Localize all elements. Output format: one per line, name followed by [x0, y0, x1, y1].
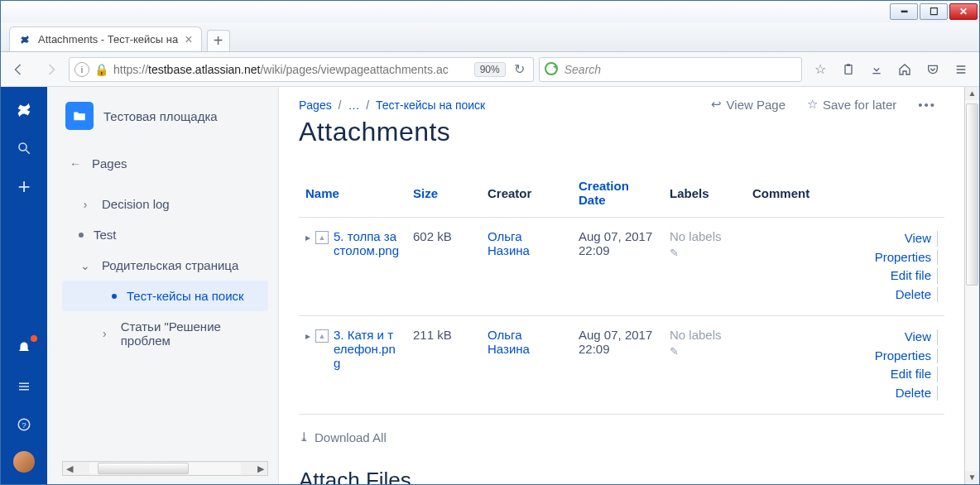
page-title: Attachments: [299, 117, 944, 147]
row-actions: View Properties Edit file Delete: [746, 218, 944, 316]
col-comment: Comment: [746, 169, 944, 218]
tree-item-test-cases[interactable]: Тест-кейсы на поиск: [62, 281, 268, 311]
view-page-action[interactable]: ↩ View Page: [711, 97, 785, 112]
tab-title: Attachments - Тест-кейсы на: [38, 33, 178, 46]
svg-text:?: ?: [22, 420, 26, 430]
return-icon: ↩: [711, 97, 722, 112]
address-bar[interactable]: i 🔒 https://testbase.atlassian.net/wiki/…: [69, 57, 534, 82]
sidebar: Тестовая площадка ← Pages › Decision log…: [47, 87, 279, 484]
tree-item-articles[interactable]: › Статьи "Решение проблем: [62, 311, 268, 356]
browser-tabstrip: Attachments - Тест-кейсы на × +: [1, 22, 979, 52]
rail-notifications-icon[interactable]: [12, 337, 36, 360]
chevron-down-icon: ⌄: [79, 259, 92, 272]
rail-menu-icon[interactable]: [12, 375, 36, 398]
expand-icon[interactable]: ▸: [305, 229, 310, 243]
zoom-badge[interactable]: 90%: [474, 62, 506, 77]
action-edit[interactable]: Edit file: [752, 267, 938, 286]
action-delete[interactable]: Delete: [752, 384, 938, 403]
no-labels: No labels: [670, 328, 722, 342]
sidebar-hscrollbar[interactable]: ◀▶: [62, 461, 268, 476]
file-date: Aug 07, 2017 22:09: [572, 316, 663, 415]
chevron-right-icon: ›: [98, 327, 111, 340]
action-delete[interactable]: Delete: [752, 286, 938, 305]
window-close-button[interactable]: ✕: [949, 3, 978, 20]
browser-toolbar: i 🔒 https://testbase.atlassian.net/wiki/…: [1, 52, 979, 87]
creator-link[interactable]: Ольга Назина: [488, 328, 530, 356]
col-name[interactable]: Name: [299, 169, 406, 218]
action-properties[interactable]: Properties: [752, 248, 938, 267]
action-edit[interactable]: Edit file: [752, 365, 938, 384]
action-view[interactable]: View: [752, 229, 938, 248]
confluence-icon: [18, 33, 31, 46]
pocket-icon[interactable]: [920, 57, 946, 82]
site-info-icon[interactable]: i: [74, 62, 89, 77]
save-for-later-action[interactable]: ☆ Save for later: [807, 97, 896, 112]
back-button[interactable]: [6, 57, 32, 82]
main-content: ↩ View Page ☆ Save for later ••• Pages /…: [279, 87, 964, 484]
url-text: https://testbase.atlassian.net/wiki/page…: [113, 63, 469, 76]
breadcrumb-current[interactable]: Тест-кейсы на поиск: [376, 98, 485, 112]
breadcrumb-ellipsis[interactable]: …: [348, 98, 359, 112]
file-link[interactable]: 5. толпа за столом.png: [334, 229, 400, 257]
window-minimize-button[interactable]: ━: [890, 3, 918, 20]
no-labels: No labels: [670, 229, 722, 243]
file-size: 211 kB: [406, 316, 481, 415]
edit-labels-icon[interactable]: ✎: [670, 345, 679, 358]
col-labels: Labels: [663, 169, 746, 218]
window-maximize-button[interactable]: ☐: [920, 3, 948, 20]
space-name: Тестовая площадка: [103, 109, 218, 123]
col-date[interactable]: Creation Date: [572, 169, 663, 218]
clipboard-icon[interactable]: [835, 57, 862, 82]
hamburger-menu-icon[interactable]: [948, 57, 974, 82]
dot-icon: [112, 294, 117, 299]
row-actions: View Properties Edit file Delete: [746, 316, 944, 415]
space-header[interactable]: Тестовая площадка: [62, 102, 268, 130]
svg-rect-1: [847, 64, 850, 66]
svg-rect-0: [845, 65, 852, 74]
col-size[interactable]: Size: [406, 169, 481, 218]
breadcrumb-root[interactable]: Pages: [299, 98, 332, 112]
search-box[interactable]: + Search: [539, 57, 802, 82]
tree-item-test[interactable]: Test: [62, 219, 268, 250]
star-icon: ☆: [807, 97, 818, 112]
svg-line-4: [26, 150, 30, 154]
rail-search-icon[interactable]: [12, 137, 36, 160]
table-row: ▸ ▲ 3. Катя и телефон.png 211 kB Ольга Н…: [299, 316, 944, 415]
attachments-table: Name Size Creator Creation Date Labels C…: [299, 169, 944, 415]
download-all[interactable]: ⤓ Download All: [299, 430, 944, 444]
reload-icon[interactable]: ↻: [511, 61, 528, 77]
tree-item-parent-page[interactable]: ⌄ Родительская страница: [62, 250, 268, 281]
page-vscrollbar[interactable]: ▲ ▼: [964, 87, 979, 484]
new-tab-button[interactable]: +: [207, 30, 230, 51]
table-row: ▸ ▲ 5. толпа за столом.png 602 kB Ольга …: [299, 218, 944, 316]
attach-files-heading: Attach Files: [299, 468, 944, 484]
file-date: Aug 07, 2017 22:09: [572, 218, 663, 316]
forward-button[interactable]: [37, 57, 64, 82]
back-arrow-icon: ←: [69, 157, 82, 170]
svg-rect-2: [872, 73, 880, 74]
rail-create-icon[interactable]: +: [12, 175, 36, 198]
downloads-icon[interactable]: [863, 57, 890, 82]
home-icon[interactable]: [891, 57, 918, 82]
more-actions[interactable]: •••: [918, 98, 936, 112]
bookmark-star-icon[interactable]: ☆: [807, 57, 833, 82]
action-properties[interactable]: Properties: [752, 347, 938, 366]
confluence-logo-icon[interactable]: [12, 98, 36, 122]
creator-link[interactable]: Ольга Назина: [488, 229, 530, 257]
expand-icon[interactable]: ▸: [305, 328, 310, 342]
file-link[interactable]: 3. Катя и телефон.png: [334, 328, 400, 370]
edit-labels-icon[interactable]: ✎: [670, 247, 679, 259]
pages-nav[interactable]: ← Pages: [62, 148, 268, 179]
action-view[interactable]: View: [752, 328, 938, 347]
rail-avatar[interactable]: [13, 451, 35, 473]
confluence-rail: + ?: [1, 87, 47, 484]
image-file-icon: ▲: [315, 231, 329, 244]
col-creator: Creator: [481, 169, 572, 218]
search-placeholder: Search: [564, 63, 601, 76]
tree-item-decision-log[interactable]: › Decision log: [62, 189, 268, 219]
rail-help-icon[interactable]: ?: [12, 413, 36, 436]
close-icon[interactable]: ×: [185, 32, 192, 47]
browser-tab[interactable]: Attachments - Тест-кейсы на ×: [9, 26, 202, 51]
chevron-right-icon: ›: [79, 198, 92, 211]
lock-icon: 🔒: [94, 63, 108, 76]
